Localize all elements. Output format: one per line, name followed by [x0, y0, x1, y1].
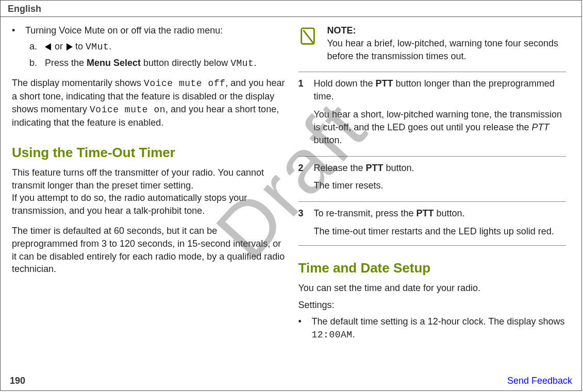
header-language: English	[8, 4, 41, 14]
substep-a-body: or to VMut.	[45, 40, 111, 54]
substep-a-to: to	[75, 41, 86, 52]
arrow-left-icon	[45, 43, 51, 50]
td-bullet-dot: •	[298, 315, 312, 328]
step-2-num: 2	[298, 162, 314, 175]
substep-a-suffix: .	[109, 41, 111, 52]
steps-end-rule	[298, 245, 567, 246]
step-1-l2-post: button.	[314, 135, 342, 145]
timeout-p2: If you attempt to do so, the radio autom…	[12, 192, 285, 217]
step-3-l1-post: button.	[434, 208, 465, 218]
arrow-right-icon	[66, 43, 73, 50]
td-bullet-post: .	[353, 329, 355, 339]
step-3-l2-pre: The time-out timer restarts and the LED …	[314, 226, 554, 236]
note-label: NOTE:	[327, 25, 356, 36]
note-box: NOTE: You hear a brief, low-pitched, war…	[298, 24, 567, 62]
step-2-l1-post: button.	[384, 163, 414, 173]
substep-a-or: or	[55, 41, 65, 52]
heading-time-date: Time and Date Setup	[298, 259, 567, 278]
td-bullet-code: 12:00AM	[312, 330, 353, 340]
page-number: 190	[10, 376, 25, 386]
result-code2: Voice mute on	[90, 105, 165, 115]
send-feedback-link[interactable]: Send Feedback	[507, 376, 572, 386]
substep-a-code: VMut	[86, 42, 109, 52]
substep-b: b. Press the Menu Select button directly…	[29, 57, 285, 70]
td-bullet-body: The default time setting is a 12-hour cl…	[312, 315, 567, 342]
right-column: NOTE: You hear a brief, low-pitched, war…	[291, 24, 573, 374]
result-code1: Voice mute off	[144, 78, 225, 89]
steps-list: 1 Hold down the PTT button longer than t…	[298, 72, 567, 245]
step-3: 3 To re-transmit, press the PTT button. …	[298, 201, 567, 242]
step-2-l2-pre: The timer resets.	[314, 180, 384, 191]
heading-timeout-timer: Using the Time-Out Timer	[12, 144, 285, 162]
step-1-l1-pre: Hold down the	[314, 78, 376, 89]
step-3-body: To re-transmit, press the PTT button. Th…	[314, 207, 554, 238]
note-icon	[298, 26, 318, 46]
step-1-l1-bold: PTT	[376, 78, 393, 89]
substep-a-marker: a.	[29, 40, 45, 53]
step-1-body: Hold down the PTT button longer than the…	[314, 77, 567, 146]
result-a: The display momentarily shows	[12, 78, 144, 88]
note-content: NOTE: You hear a brief, low-pitched, war…	[327, 24, 567, 62]
page-header: English	[1, 1, 581, 17]
substep-b-mid: button directly below	[141, 58, 230, 68]
substep-b-body: Press the Menu Select button directly be…	[45, 57, 256, 70]
step-2-body: Release the PTT button. The timer resets…	[314, 162, 414, 193]
substep-b-suffix: .	[254, 58, 256, 68]
step-3-l1-pre: To re-transmit, press the	[314, 208, 417, 218]
left-column: • Turning Voice Mute on or off via the r…	[10, 24, 291, 374]
substep-a: a. or to VMut.	[29, 40, 285, 54]
substep-b-code: VMut	[230, 58, 254, 69]
note-body: You hear a brief, low-pitched, warning t…	[327, 38, 559, 61]
step-1: 1 Hold down the PTT button longer than t…	[298, 72, 567, 150]
step-1-l2-pre: You hear a short, low-pitched warning to…	[314, 109, 562, 132]
step-2: 2 Release the PTT button. The timer rese…	[298, 156, 567, 197]
td-p2: Settings:	[298, 299, 567, 312]
step-1-num: 1	[298, 77, 314, 90]
step-3-l1-bold: PTT	[417, 208, 434, 218]
step-3-num: 3	[298, 207, 314, 220]
step-2-l1-pre: Release the	[314, 163, 366, 173]
td-bullet: • The default time setting is a 12-hour …	[298, 315, 567, 342]
bullet-voice-mute: • Turning Voice Mute on or off via the r…	[12, 24, 285, 37]
step-2-l1-bold: PTT	[366, 163, 384, 173]
voice-mute-result: The display momentarily shows Voice mute…	[12, 77, 285, 129]
bullet-dot: •	[12, 24, 25, 37]
step-1-l2-italic: PTT	[531, 122, 549, 132]
td-bullet-pre: The default time setting is a 12-hour cl…	[312, 316, 565, 327]
timeout-p3: The timer is defaulted at 60 seconds, bu…	[12, 225, 285, 276]
bullet-voice-mute-text: Turning Voice Mute on or off via the rad…	[25, 24, 223, 37]
td-p1: You can set the time and date for your r…	[298, 282, 567, 295]
substep-b-bold: Menu Select	[87, 58, 141, 68]
substep-b-marker: b.	[29, 57, 45, 70]
timeout-p1: This feature turns off the transmitter o…	[12, 166, 285, 192]
substep-b-pre: Press the	[45, 58, 87, 68]
page-footer: 190 Send Feedback	[1, 376, 581, 386]
